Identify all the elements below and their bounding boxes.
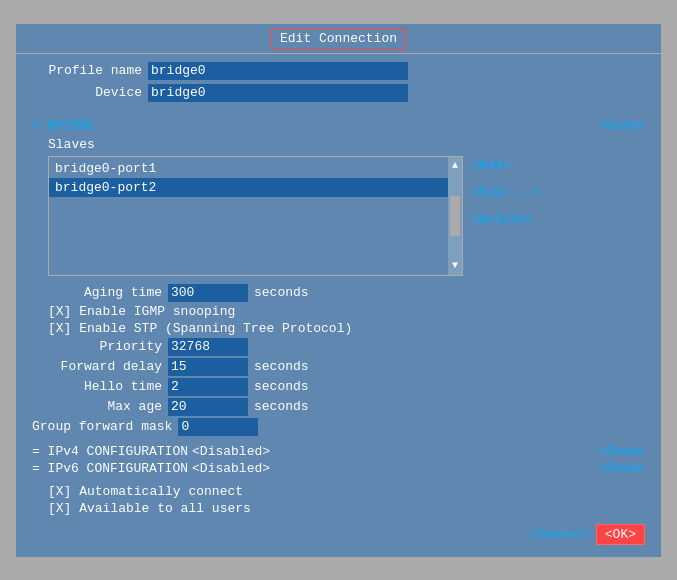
slave-item-port2[interactable]: bridge0-port2: [49, 178, 448, 197]
device-input[interactable]: [148, 84, 408, 102]
profile-name-label: Profile name: [32, 63, 142, 78]
group-forward-mask-label: Group forward mask: [32, 419, 172, 434]
forward-delay-unit: seconds: [254, 359, 309, 374]
max-age-unit: seconds: [254, 399, 309, 414]
slaves-actions: <Add> <Edit...> <Delete>: [471, 156, 541, 229]
ipv4-status: <Disabled>: [192, 444, 270, 459]
scroll-up-arrow[interactable]: ▲: [452, 159, 458, 173]
scrollbar: ▲ ▼: [448, 157, 462, 275]
priority-input[interactable]: [168, 338, 248, 356]
edit-button[interactable]: <Edit...>: [471, 183, 541, 202]
ipv4-left: = IPv4 CONFIGURATION <Disabled>: [32, 444, 270, 459]
forward-delay-label: Forward delay: [32, 359, 162, 374]
bridge-section-header: = BRIDGE <Hide>: [32, 118, 645, 133]
ipv4-section: = IPv4 CONFIGURATION <Disabled> <Show>: [32, 444, 645, 459]
group-forward-mask-input[interactable]: [178, 418, 258, 436]
profile-name-row: Profile name: [32, 62, 645, 80]
hello-time-unit: seconds: [254, 379, 309, 394]
ok-button[interactable]: <OK>: [596, 524, 645, 545]
forward-delay-row: Forward delay seconds: [32, 358, 645, 376]
bottom-actions: <Cancel> <OK>: [32, 524, 645, 545]
device-label: Device: [32, 85, 142, 100]
edit-connection-window: Edit Connection Profile name Device = BR…: [14, 22, 663, 559]
ipv4-show-button[interactable]: <Show>: [598, 444, 645, 459]
igmp-snooping-checkbox[interactable]: [X] Enable IGMP snooping: [48, 304, 645, 319]
bridge-label: = BRIDGE: [32, 118, 94, 133]
ipv6-label: = IPv6 CONFIGURATION: [32, 461, 188, 476]
profile-name-input[interactable]: [148, 62, 408, 80]
cancel-button[interactable]: <Cancel>: [529, 527, 591, 542]
max-age-label: Max age: [32, 399, 162, 414]
aging-time-unit: seconds: [254, 285, 309, 300]
window-title: Edit Connection: [271, 28, 406, 49]
slaves-list-box: bridge0-port1 bridge0-port2 ▲ ▼: [48, 156, 463, 276]
ipv6-show-button[interactable]: <Show>: [598, 461, 645, 476]
max-age-input[interactable]: [168, 398, 248, 416]
slave-item-port1[interactable]: bridge0-port1: [49, 159, 448, 178]
hide-button[interactable]: <Hide>: [598, 118, 645, 133]
delete-button[interactable]: <Delete>: [471, 210, 541, 229]
ipv6-section: = IPv6 CONFIGURATION <Disabled> <Show>: [32, 461, 645, 476]
group-forward-mask-row: Group forward mask: [32, 418, 645, 436]
slaves-label: Slaves: [48, 137, 645, 152]
hello-time-input[interactable]: [168, 378, 248, 396]
ipv4-label: = IPv4 CONFIGURATION: [32, 444, 188, 459]
priority-label: Priority: [32, 339, 162, 354]
scroll-down-arrow[interactable]: ▼: [452, 259, 458, 273]
title-bar: Edit Connection: [16, 24, 661, 54]
aging-time-label: Aging time: [32, 285, 162, 300]
slaves-list: bridge0-port1 bridge0-port2: [49, 157, 448, 275]
stp-checkbox[interactable]: [X] Enable STP (Spanning Tree Protocol): [48, 321, 645, 336]
ipv6-left: = IPv6 CONFIGURATION <Disabled>: [32, 461, 270, 476]
aging-time-input[interactable]: [168, 284, 248, 302]
hello-time-row: Hello time seconds: [32, 378, 645, 396]
forward-delay-input[interactable]: [168, 358, 248, 376]
available-users-checkbox[interactable]: [X] Available to all users: [48, 501, 645, 516]
content-area: Profile name Device = BRIDGE <Hide> Slav…: [16, 54, 661, 557]
priority-row: Priority: [32, 338, 645, 356]
ipv6-status: <Disabled>: [192, 461, 270, 476]
auto-connect-checkbox[interactable]: [X] Automatically connect: [48, 484, 645, 499]
aging-time-row: Aging time seconds: [32, 284, 645, 302]
device-row: Device: [32, 84, 645, 102]
add-button[interactable]: <Add>: [471, 156, 541, 175]
slaves-container: bridge0-port1 bridge0-port2 ▲ ▼ <Add> <E…: [48, 156, 645, 276]
hello-time-label: Hello time: [32, 379, 162, 394]
max-age-row: Max age seconds: [32, 398, 645, 416]
scroll-thumb[interactable]: [450, 196, 460, 236]
